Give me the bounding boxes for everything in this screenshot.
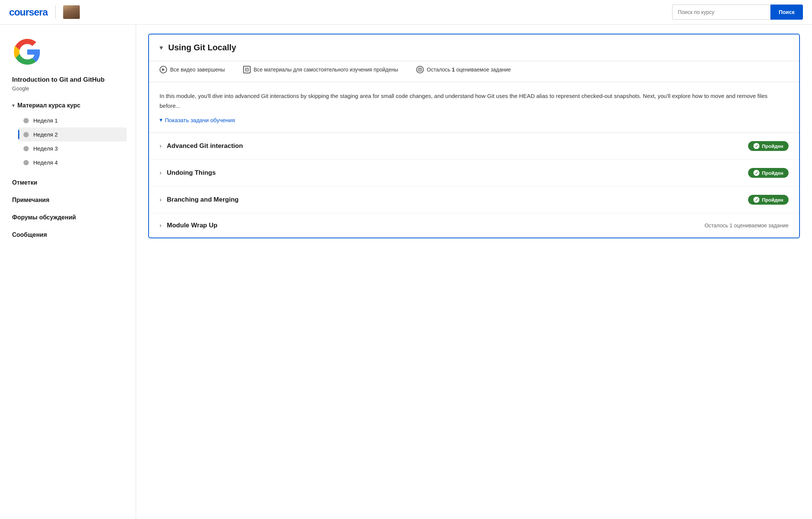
- status-materials: Все материалы для самостоятельного изуче…: [243, 61, 398, 78]
- status-videos: Все видео завершены: [160, 61, 225, 78]
- section-badge-text-3: Пройден: [762, 197, 783, 203]
- nav-section: ▾ Материал курса курс Неделя 1 Неделя 2 …: [12, 102, 127, 169]
- show-objectives-label: Показать задачи обучения: [165, 117, 235, 123]
- module-header[interactable]: ▾ Using Git Locally: [149, 34, 799, 61]
- sidebar-item-week4[interactable]: Неделя 4: [18, 155, 127, 169]
- section-name-2: Undoing Things: [167, 169, 748, 177]
- module-status-row: Все видео завершены Все материалы для са…: [149, 61, 799, 82]
- section-list: › Advanced Git interaction Пройден › Und…: [149, 132, 799, 238]
- sidebar-link-forums[interactable]: Форумы обсуждений: [12, 209, 127, 226]
- section-name-4: Module Wrap Up: [167, 222, 704, 229]
- week4-dot: [23, 160, 29, 165]
- section-badge-text-2: Пройден: [762, 170, 783, 176]
- sidebar-item-week3[interactable]: Неделя 3: [18, 141, 127, 155]
- sidebar-link-messages[interactable]: Сообщения: [12, 226, 127, 244]
- section-expand-icon-3: ›: [160, 196, 161, 203]
- chevron-down-icon: ▾: [12, 103, 14, 108]
- check-icon-2: [753, 170, 759, 176]
- section-item-advanced-git[interactable]: › Advanced Git interaction Пройден: [149, 133, 799, 160]
- status-materials-text: Все материалы для самостоятельного изуче…: [254, 67, 398, 73]
- assignment-icon: [416, 66, 424, 73]
- section-item-module-wrap[interactable]: › Module Wrap Up Осталось 1 оцениваемое …: [149, 213, 799, 238]
- week3-label: Неделя 3: [33, 145, 58, 152]
- section-name-3: Branching and Merging: [167, 196, 748, 204]
- check-icon-3: [753, 197, 759, 203]
- svg-marker-0: [162, 68, 165, 71]
- book-icon: [243, 66, 251, 73]
- nav-section-title-text: Материал курса курс: [17, 102, 81, 109]
- week4-label: Неделя 4: [33, 159, 58, 166]
- week2-label: Неделя 2: [33, 131, 58, 138]
- module-description-area: In this module, you'll dive into advance…: [149, 82, 799, 132]
- course-title: Introduction to Git and GitHub: [12, 76, 127, 84]
- sidebar-item-week1[interactable]: Неделя 1: [18, 113, 127, 127]
- sidebar-link-notes[interactable]: Примечания: [12, 191, 127, 209]
- section-expand-icon-1: ›: [160, 143, 161, 149]
- module-description: In this module, you'll dive into advance…: [149, 82, 799, 113]
- status-videos-text: Все видео завершены: [170, 67, 225, 73]
- week2-dot: [23, 132, 29, 137]
- section-badge-2: Пройден: [748, 168, 789, 178]
- status-assignment: Осталось 1 оцениваемое задание: [416, 61, 511, 78]
- module-card: ▾ Using Git Locally Все видео завершены …: [148, 34, 800, 238]
- section-item-undoing[interactable]: › Undoing Things Пройден: [149, 160, 799, 186]
- week-list: Неделя 1 Неделя 2 Неделя 3 Неделя 4: [18, 113, 127, 169]
- thumbnail-image: [63, 5, 80, 19]
- course-org: Google: [12, 85, 127, 92]
- section-badge-3: Пройден: [748, 195, 789, 205]
- week1-dot: [23, 118, 29, 123]
- header-divider: [55, 5, 56, 19]
- check-icon-1: [753, 143, 759, 149]
- section-expand-icon-4: ›: [160, 222, 161, 229]
- collapse-icon: ▾: [160, 44, 163, 52]
- section-expand-icon-2: ›: [160, 169, 161, 176]
- header-logo: coursera: [9, 5, 80, 19]
- section-status-text-4: Осталось 1 оцениваемое задание: [705, 222, 789, 228]
- chevron-down-small-icon: ▾: [160, 117, 163, 123]
- week3-dot: [23, 146, 29, 151]
- section-name-1: Advanced Git interaction: [167, 142, 748, 150]
- week1-label: Неделя 1: [33, 117, 58, 124]
- module-title: Using Git Locally: [168, 43, 236, 53]
- section-item-branching[interactable]: › Branching and Merging Пройден: [149, 186, 799, 213]
- nav-section-toggle[interactable]: ▾ Материал курса курс: [12, 102, 127, 109]
- coursera-logo-text[interactable]: coursera: [9, 6, 48, 18]
- search-button[interactable]: Поиск: [770, 5, 803, 20]
- section-badge-1: Пройден: [748, 141, 789, 151]
- svg-rect-1: [245, 68, 248, 71]
- main-content: ▾ Using Git Locally Все видео завершены …: [136, 25, 812, 519]
- main-layout: Introduction to Git and GitHub Google ▾ …: [0, 25, 812, 519]
- search-input[interactable]: [672, 5, 770, 20]
- sidebar-link-grades[interactable]: Отметки: [12, 174, 127, 191]
- play-icon: [160, 66, 167, 73]
- google-logo-icon: [12, 37, 42, 67]
- course-thumbnail[interactable]: [63, 5, 80, 19]
- sidebar: Introduction to Git and GitHub Google ▾ …: [0, 25, 136, 519]
- header: coursera Поиск: [0, 0, 812, 25]
- search-area: Поиск: [672, 5, 803, 20]
- google-logo-container: [12, 37, 127, 68]
- status-assignment-text: Осталось 1 оцениваемое задание: [427, 67, 511, 73]
- sidebar-item-week2[interactable]: Неделя 2: [18, 127, 127, 141]
- section-badge-text-1: Пройден: [762, 143, 783, 149]
- show-objectives-button[interactable]: ▾ Показать задачи обучения: [149, 113, 799, 132]
